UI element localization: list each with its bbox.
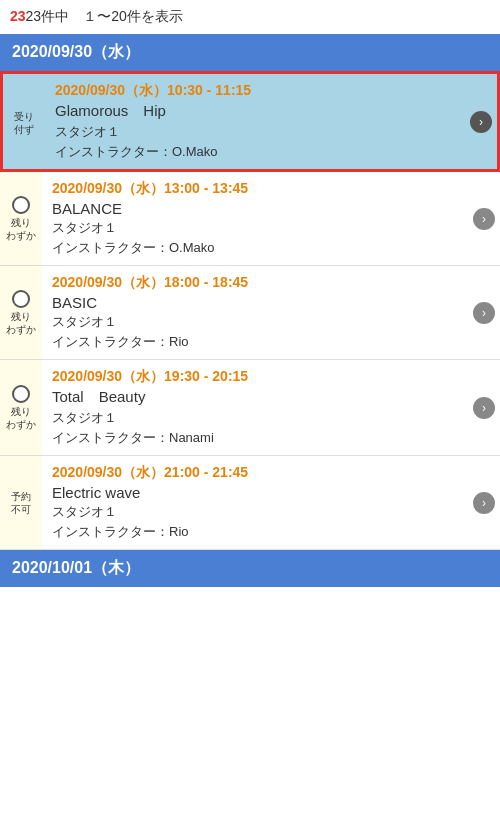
instructor-1: インストラクター：O.Mako — [55, 143, 455, 161]
class-name-2: BALANCE — [52, 200, 458, 217]
total-label: 23件中 — [26, 8, 70, 24]
arrow-col-2[interactable]: › — [468, 172, 500, 265]
schedule-item-2[interactable]: 残りわずか 2020/09/30（水）13:00 - 13:45 BALANCE… — [0, 172, 500, 266]
total-count: 23 — [10, 8, 26, 24]
class-name-4: Total Beauty — [52, 388, 458, 407]
date-header-0930: 2020/09/30（水） — [0, 34, 500, 71]
content-col-2: 2020/09/30（水）13:00 - 13:45 BALANCE スタジオ１… — [42, 172, 468, 265]
date-header-1001: 2020/10/01（木） — [0, 550, 500, 587]
class-name-3: BASIC — [52, 294, 458, 311]
schedule-item-1[interactable]: 受り付ず 2020/09/30（水）10:30 - 11:15 Glamorou… — [0, 71, 500, 172]
status-yoyaku-5: 予約不可 — [11, 490, 31, 516]
range-label: １〜20件を表示 — [83, 8, 183, 24]
schedule-item-3[interactable]: 残りわずか 2020/09/30（水）18:00 - 18:45 BASIC ス… — [0, 266, 500, 360]
arrow-col-4[interactable]: › — [468, 360, 500, 455]
instructor-2: インストラクター：O.Mako — [52, 239, 458, 257]
instructor-4: インストラクター：Nanami — [52, 429, 458, 447]
chevron-icon-2: › — [473, 208, 495, 230]
studio-1: スタジオ１ — [55, 123, 455, 141]
status-text-4: 残りわずか — [6, 405, 36, 431]
studio-2: スタジオ１ — [52, 219, 458, 237]
top-bar: 2323件中 １〜20件を表示 — [0, 0, 500, 34]
status-circle-3 — [12, 290, 30, 308]
status-col-2: 残りわずか — [0, 172, 42, 265]
chevron-icon-4: › — [473, 397, 495, 419]
status-text-1: 受り付ず — [14, 110, 34, 136]
arrow-col-1[interactable]: › — [465, 74, 497, 169]
chevron-icon-5: › — [473, 492, 495, 514]
studio-4: スタジオ１ — [52, 409, 458, 427]
instructor-3: インストラクター：Rio — [52, 333, 458, 351]
schedule-item-4[interactable]: 残りわずか 2020/09/30（水）19:30 - 20:15 Total B… — [0, 360, 500, 456]
status-text-2: 残りわずか — [6, 216, 36, 242]
content-col-1: 2020/09/30（水）10:30 - 11:15 Glamorous Hip… — [45, 74, 465, 169]
arrow-col-5[interactable]: › — [468, 456, 500, 549]
time-5: 2020/09/30（水）21:00 - 21:45 — [52, 464, 458, 482]
status-col-1: 受り付ず — [3, 74, 45, 169]
instructor-5: インストラクター：Rio — [52, 523, 458, 541]
class-name-5: Electric wave — [52, 484, 458, 501]
class-name-1: Glamorous Hip — [55, 102, 455, 121]
content-col-3: 2020/09/30（水）18:00 - 18:45 BASIC スタジオ１ イ… — [42, 266, 468, 359]
studio-3: スタジオ１ — [52, 313, 458, 331]
status-col-3: 残りわずか — [0, 266, 42, 359]
schedule-item-5[interactable]: 予約不可 2020/09/30（水）21:00 - 21:45 Electric… — [0, 456, 500, 550]
arrow-col-3[interactable]: › — [468, 266, 500, 359]
time-4: 2020/09/30（水）19:30 - 20:15 — [52, 368, 458, 386]
content-col-4: 2020/09/30（水）19:30 - 20:15 Total Beauty … — [42, 360, 468, 455]
status-col-5: 予約不可 — [0, 456, 42, 549]
status-circle-2 — [12, 196, 30, 214]
time-1: 2020/09/30（水）10:30 - 11:15 — [55, 82, 455, 100]
content-col-5: 2020/09/30（水）21:00 - 21:45 Electric wave… — [42, 456, 468, 549]
status-circle-4 — [12, 385, 30, 403]
chevron-icon-1: › — [470, 111, 492, 133]
status-text-3: 残りわずか — [6, 310, 36, 336]
time-2: 2020/09/30（水）13:00 - 13:45 — [52, 180, 458, 198]
time-3: 2020/09/30（水）18:00 - 18:45 — [52, 274, 458, 292]
studio-5: スタジオ１ — [52, 503, 458, 521]
status-col-4: 残りわずか — [0, 360, 42, 455]
chevron-icon-3: › — [473, 302, 495, 324]
